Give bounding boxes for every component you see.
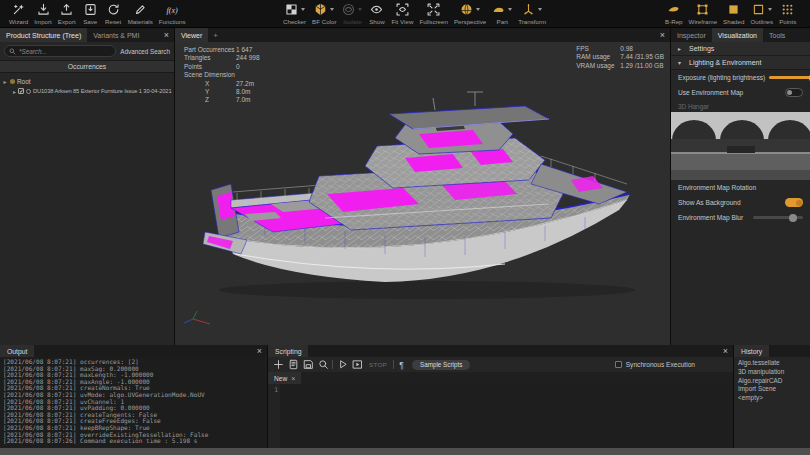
left-panel-tabbar: Product Structure (Tree) Variants & PMI … (0, 28, 174, 42)
show-as-background-toggle[interactable] (785, 198, 803, 207)
toolbar-outlines[interactable]: Outlines (747, 0, 776, 25)
save-script[interactable] (302, 359, 314, 371)
toolbar-wireframe[interactable]: Wireframe (686, 0, 721, 25)
add[interactable] (272, 359, 284, 371)
toolbar-checker[interactable]: Checker (280, 0, 309, 25)
use-environment-map-row: Use Environment Map (671, 84, 810, 100)
history-item[interactable]: Algo.repairCAD (738, 377, 810, 386)
output-close-icon[interactable]: × (252, 345, 267, 357)
toolbar-fullscreen[interactable]: Fullscreen (416, 0, 451, 25)
collapsed-caret-icon: ▸ (678, 45, 684, 52)
stat-row: Part Occurrences 1 647 (184, 46, 260, 54)
view-toolbar-group: Checker BF Color Isolate (280, 0, 549, 28)
toolbar-points[interactable]: Points (776, 0, 799, 25)
toolbar-show[interactable]: Show (365, 0, 388, 25)
part-icon (492, 3, 505, 16)
toolbar-isolate[interactable]: Isolate (339, 0, 365, 25)
tab-history[interactable]: History (734, 345, 769, 357)
tab-inspector[interactable]: Inspector (671, 28, 712, 42)
toolbar-shaded[interactable]: Shaded (720, 0, 747, 25)
toolbar-import[interactable]: Import (31, 0, 55, 25)
expand-caret-icon[interactable]: ▸ (2, 78, 8, 85)
reset-icon (107, 3, 120, 16)
output-log[interactable]: [2021/06/08 8:07:21] occurrences: [2] [2… (0, 357, 267, 448)
tab-tools[interactable]: Tools (763, 28, 791, 42)
chevron-down-icon (330, 8, 334, 11)
lighting-section-header[interactable]: ▾ Lighting & Environment (671, 56, 810, 70)
tab-output[interactable]: Output (0, 345, 34, 357)
tab-product-structure-tree[interactable]: Product Structure (Tree) (0, 28, 87, 42)
script-tab-close-icon[interactable]: × (291, 375, 295, 382)
transform-icon (522, 3, 535, 16)
new-viewer-tab-button[interactable]: + (208, 28, 223, 42)
pilcrow[interactable]: ¶ (397, 359, 409, 371)
tab-new-script[interactable]: New × (268, 372, 301, 384)
perf-row: RAM usage 7.44 /31.95 GB (576, 53, 664, 61)
tree-row-root[interactable]: ▸ Root (2, 76, 172, 86)
toolbar-b-rep[interactable]: B-Rep (662, 0, 686, 25)
advanced-search-link[interactable]: Advanced Search (120, 48, 170, 55)
history-item[interactable]: Algo.tessellate (738, 359, 810, 368)
functions-icon: f(x) (166, 3, 179, 16)
left-panel-close-icon[interactable]: × (159, 28, 174, 42)
toolbar-reset[interactable]: Reset (102, 0, 125, 25)
stat-row: Scene Dimension (184, 71, 260, 79)
toolbar-functions[interactable]: f(x) Functions (156, 0, 189, 25)
search-input[interactable] (19, 48, 111, 55)
stat-row: Z 7.0m (184, 96, 260, 104)
history-item[interactable]: Import Scene (738, 385, 810, 394)
separator[interactable] (393, 360, 394, 369)
toolbar-wizard[interactable]: Wizard (6, 0, 31, 25)
toolbar-fit-view[interactable]: Fit View (388, 0, 416, 25)
toolbar-transform[interactable]: Transform (515, 0, 549, 25)
chevron-down-icon (508, 8, 512, 11)
scripting-close-icon[interactable]: × (718, 345, 733, 357)
toolbar-export[interactable]: Export (55, 0, 79, 25)
search-script[interactable] (317, 359, 329, 371)
tab-viewer[interactable]: Viewer (175, 28, 208, 42)
expand-caret-icon[interactable]: ▸ (13, 88, 16, 95)
scene-stats: Part Occurrences 1 647 Triangles 244 998… (184, 46, 260, 105)
export-icon (60, 3, 73, 16)
tab-variants-pmi[interactable]: Variants & PMI (87, 28, 145, 42)
environment-map-preview[interactable] (671, 112, 810, 180)
tree-row-file[interactable]: ▸ ✓ DU1038 Arksen 85 Exterior Furniture … (2, 86, 172, 96)
exposure-slider[interactable] (769, 76, 810, 79)
output-panel: Output × [2021/06/08 8:07:21] occurrence… (0, 345, 268, 448)
settings-section-header[interactable]: ▸ Settings (671, 42, 810, 56)
occurrences-header: Occurrences (0, 60, 174, 73)
environment-map-blur-slider[interactable] (753, 216, 803, 219)
tab-visualization[interactable]: Visualization (712, 28, 763, 42)
save-icon (84, 3, 97, 16)
use-environment-map-toggle[interactable] (785, 88, 803, 97)
stat-row: X 27.2m (184, 80, 260, 88)
history-panel: History Algo.tessellate 3D manipulation … (734, 345, 810, 448)
viewer-close-icon[interactable]: × (655, 28, 670, 42)
chevron-down-icon (768, 8, 772, 11)
slider-knob[interactable] (789, 214, 797, 222)
script-editor[interactable]: 1 (268, 384, 733, 448)
stop[interactable]: STOP (366, 359, 390, 371)
search-box (4, 45, 116, 57)
run-file[interactable] (351, 359, 363, 371)
toolbar-materials[interactable]: Materials (125, 0, 156, 25)
open-script[interactable] (287, 359, 299, 371)
toolbar-save[interactable]: Save (79, 0, 102, 25)
history-item[interactable]: 3D manipulation (738, 368, 810, 377)
toolbar-perspective[interactable]: Perspective (451, 0, 489, 25)
scripting-panel: Scripting × (268, 345, 734, 448)
sample-scripts-button[interactable]: Sample Scripts (412, 360, 470, 370)
toolbar-bf-color[interactable]: BF Color (309, 0, 339, 25)
separator[interactable] (332, 360, 333, 369)
toolbar-part[interactable]: Part (489, 0, 515, 25)
environment-map-blur-row: Environment Map Blur (671, 210, 810, 224)
run[interactable] (336, 359, 348, 371)
chevron-down-icon (358, 8, 362, 11)
selection-radio-icon[interactable] (26, 89, 31, 94)
viewer-canvas[interactable]: Part Occurrences 1 647 Triangles 244 998… (175, 42, 670, 345)
materials-icon (134, 3, 147, 16)
visibility-checkbox[interactable]: ✓ (18, 88, 24, 94)
history-item[interactable]: <empty> (738, 394, 810, 403)
exposure-row: Exposure (lighting brightness) (671, 70, 810, 84)
synchronous-execution-checkbox[interactable] (615, 361, 622, 368)
